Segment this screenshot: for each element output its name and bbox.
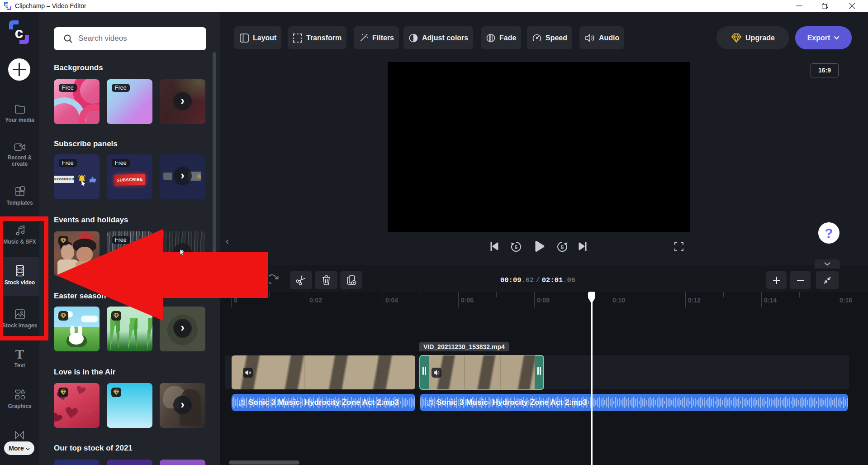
svg-text:5: 5 [561,244,564,250]
svg-text:5: 5 [515,244,517,250]
